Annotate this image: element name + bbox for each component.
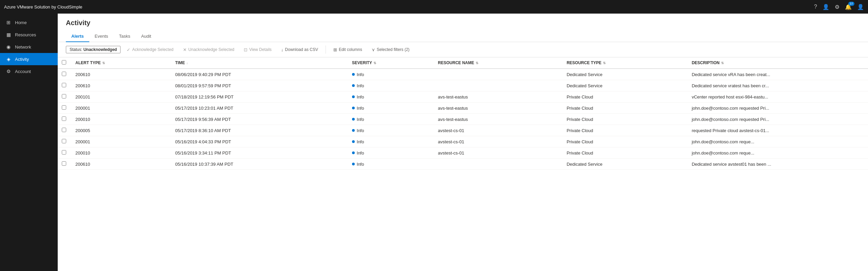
row-severity: Info [348, 125, 434, 136]
row-alert-type: 200005 [71, 125, 171, 136]
row-checkbox-3[interactable] [62, 105, 66, 110]
sort-resource-name-icon: ⇅ [476, 61, 478, 65]
col-alert-type[interactable]: ALERT TYPE ⇅ [71, 57, 171, 69]
severity-dot [352, 151, 355, 154]
account-nav-icon: ⚙ [5, 69, 12, 74]
row-alert-type: 200610 [71, 159, 171, 170]
home-icon: ⊞ [5, 20, 12, 25]
row-severity: Info [348, 147, 434, 159]
row-resource-type: Dedicated Service [562, 159, 687, 170]
settings-icon[interactable]: ⚙ [835, 4, 839, 10]
page-header: Activity Alerts Events Tasks Audit [58, 14, 868, 42]
filter-label: Status: [70, 47, 82, 52]
table-row[interactable]: 200001 05/16/2019 4:04:33 PM PDT Info av… [58, 136, 868, 147]
table-row[interactable]: 200001 05/17/2019 10:23:01 AM PDT Info a… [58, 103, 868, 114]
row-description: john.doe@contoso.com requested Pri... [688, 103, 868, 114]
tab-alerts[interactable]: Alerts [66, 31, 89, 42]
severity-dot [352, 118, 355, 121]
col-severity[interactable]: SEVERITY ⇅ [348, 57, 434, 69]
row-severity: Info [348, 69, 434, 80]
unacknowledge-selected-button[interactable]: ✕ Unacknowledge Selected [180, 46, 238, 54]
help-icon[interactable]: ? [814, 4, 817, 10]
row-checkbox-6[interactable] [62, 139, 66, 143]
row-alert-type: 200610 [71, 69, 171, 80]
severity-dot [352, 140, 355, 143]
account-icon[interactable]: 👤 [857, 4, 864, 10]
row-checkbox-0[interactable] [62, 72, 66, 76]
sort-severity-icon: ⇅ [373, 61, 376, 65]
row-resource-name: avs-test-eastus [434, 103, 562, 114]
selected-filters-button[interactable]: ⋎ Selected filters (2) [368, 46, 413, 54]
row-checkbox-2[interactable] [62, 94, 66, 98]
edit-columns-button[interactable]: ⊞ Edit columns [330, 46, 366, 54]
notification-badge: 37 [848, 2, 854, 6]
x-icon: ✕ [183, 47, 187, 52]
topbar-icons: ? 👤 ⚙ 🔔 37 👤 [814, 4, 864, 10]
table-row[interactable]: 200610 05/16/2019 10:37:39 AM PDT Info D… [58, 159, 868, 170]
check-icon: ✓ [127, 47, 130, 52]
col-time[interactable]: TIME ↓ [171, 57, 348, 69]
table-row[interactable]: 200101 07/18/2019 12:19:56 PM PDT Info a… [58, 91, 868, 103]
sidebar-item-activity[interactable]: ◈ Activity [0, 53, 58, 65]
tab-audit[interactable]: Audit [136, 31, 157, 42]
acknowledge-selected-button[interactable]: ✓ Acknowledge Selected [123, 46, 177, 54]
row-resource-type: Private Cloud [562, 136, 687, 147]
sidebar: ⊞ Home ▦ Resources ◉ Network ◈ Activity … [0, 14, 58, 271]
row-checkbox-5[interactable] [62, 128, 66, 132]
select-all-col [58, 57, 71, 69]
row-checkbox-1[interactable] [62, 83, 66, 87]
table-row[interactable]: 200010 05/16/2019 3:34:11 PM PDT Info av… [58, 147, 868, 159]
row-resource-name [434, 69, 562, 80]
row-resource-name: avs-test-eastus [434, 114, 562, 125]
sidebar-item-account[interactable]: ⚙ Account [0, 65, 58, 77]
sidebar-item-label-network: Network [15, 44, 31, 50]
download-label: Download as CSV [285, 47, 318, 52]
filter-value: Unacknowledged [84, 47, 117, 52]
row-checkbox-4[interactable] [62, 116, 66, 121]
row-checkbox-7[interactable] [62, 150, 66, 155]
col-resource-name[interactable]: RESOURCE NAME ⇅ [434, 57, 562, 69]
row-alert-type: 200010 [71, 147, 171, 159]
table-row[interactable]: 200005 05/17/2019 8:36:10 AM PDT Info av… [58, 125, 868, 136]
row-checkbox-cell [58, 125, 71, 136]
row-checkbox-cell [58, 114, 71, 125]
selected-filters-label: Selected filters (2) [377, 47, 410, 52]
severity-dot [352, 107, 355, 109]
row-checkbox-cell [58, 80, 71, 91]
row-alert-type: 200610 [71, 80, 171, 91]
severity-label: Info [357, 162, 364, 167]
row-time: 05/16/2019 10:37:39 AM PDT [171, 159, 348, 170]
col-description[interactable]: DESCRIPTION ⇅ [688, 57, 868, 69]
row-time: 05/16/2019 3:34:11 PM PDT [171, 147, 348, 159]
sidebar-item-home[interactable]: ⊞ Home [0, 16, 58, 29]
row-resource-type: Private Cloud [562, 125, 687, 136]
row-checkbox-cell [58, 91, 71, 103]
notification-icon[interactable]: 🔔 37 [845, 4, 852, 10]
tab-events[interactable]: Events [89, 31, 114, 42]
col-resource-type[interactable]: RESOURCE TYPE ⇅ [562, 57, 687, 69]
columns-icon: ⊞ [333, 47, 337, 52]
view-details-button[interactable]: ⊡ View Details [240, 46, 275, 54]
row-time: 05/16/2019 4:04:33 PM PDT [171, 136, 348, 147]
download-csv-button[interactable]: ↓ Download as CSV [278, 46, 321, 54]
row-checkbox-cell [58, 103, 71, 114]
sidebar-item-resources[interactable]: ▦ Resources [0, 29, 58, 41]
row-alert-type: 200010 [71, 114, 171, 125]
row-resource-name: avs-test-eastus [434, 91, 562, 103]
row-alert-type: 200001 [71, 136, 171, 147]
table-row[interactable]: 200010 05/17/2019 9:56:39 AM PDT Info av… [58, 114, 868, 125]
table-header-row: ALERT TYPE ⇅ TIME ↓ SEVE [58, 57, 868, 69]
row-checkbox-cell [58, 159, 71, 170]
user-icon[interactable]: 👤 [823, 4, 829, 10]
sidebar-item-label-activity: Activity [15, 57, 29, 62]
select-all-checkbox[interactable] [62, 60, 66, 65]
table-row[interactable]: 200610 08/06/2019 9:40:29 PM PDT Info De… [58, 69, 868, 80]
row-checkbox-8[interactable] [62, 161, 66, 166]
row-time: 05/17/2019 10:23:01 AM PDT [171, 103, 348, 114]
tab-tasks[interactable]: Tasks [114, 31, 136, 42]
status-filter-badge[interactable]: Status: Unacknowledged [66, 46, 121, 53]
sidebar-item-network[interactable]: ◉ Network [0, 41, 58, 53]
row-resource-name: avstest-cs-01 [434, 147, 562, 159]
row-description: requested Private cloud avstest-cs-01... [688, 125, 868, 136]
table-row[interactable]: 200610 08/01/2019 9:57:59 PM PDT Info De… [58, 80, 868, 91]
